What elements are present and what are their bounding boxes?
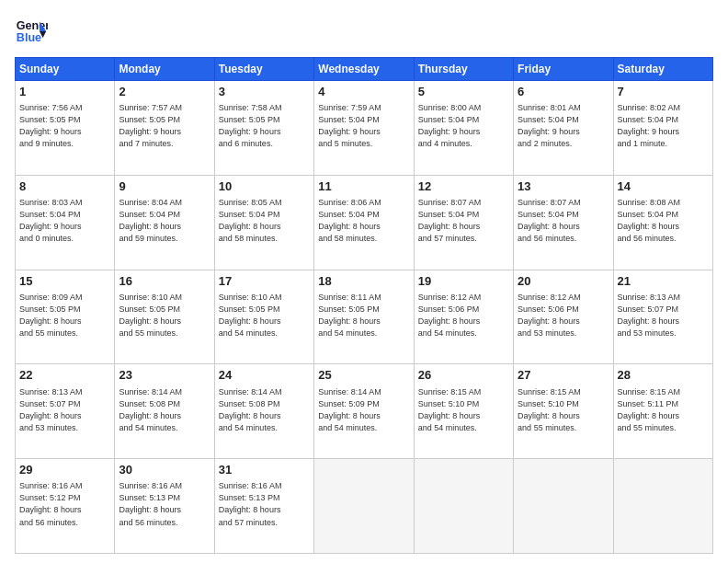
day-cell: 22Sunrise: 8:13 AMSunset: 5:07 PMDayligh… — [16, 364, 115, 459]
day-cell: 10Sunrise: 8:05 AMSunset: 5:04 PMDayligh… — [214, 175, 313, 270]
day-cell: 5Sunrise: 8:00 AMSunset: 5:04 PMDaylight… — [414, 81, 513, 176]
day-cell — [414, 459, 513, 554]
day-number: 26 — [418, 367, 509, 384]
day-number: 4 — [318, 84, 409, 100]
day-info: Sunrise: 8:01 AMSunset: 5:04 PMDaylight:… — [518, 102, 609, 150]
day-info: Sunrise: 8:14 AMSunset: 5:08 PMDaylight:… — [219, 386, 310, 434]
day-number: 3 — [219, 84, 310, 100]
day-number: 16 — [119, 273, 210, 290]
day-number: 18 — [318, 273, 409, 290]
day-number: 25 — [318, 367, 409, 384]
day-cell — [314, 459, 414, 554]
weekday-sunday: Sunday — [16, 58, 115, 81]
calendar-table: SundayMondayTuesdayWednesdayThursdayFrid… — [15, 57, 713, 554]
weekday-saturday: Saturday — [613, 58, 712, 81]
day-info: Sunrise: 7:59 AMSunset: 5:04 PMDaylight:… — [318, 102, 409, 150]
weekday-header-row: SundayMondayTuesdayWednesdayThursdayFrid… — [16, 58, 713, 81]
day-number: 11 — [318, 178, 409, 195]
day-cell: 21Sunrise: 8:13 AMSunset: 5:07 PMDayligh… — [613, 270, 712, 364]
day-cell — [514, 459, 613, 554]
day-cell — [613, 459, 712, 554]
day-cell: 25Sunrise: 8:14 AMSunset: 5:09 PMDayligh… — [314, 364, 414, 459]
day-cell: 13Sunrise: 8:07 AMSunset: 5:04 PMDayligh… — [514, 175, 613, 270]
svg-text:Blue: Blue — [17, 31, 41, 44]
day-cell: 27Sunrise: 8:15 AMSunset: 5:10 PMDayligh… — [514, 364, 613, 459]
day-cell: 31Sunrise: 8:16 AMSunset: 5:13 PMDayligh… — [214, 459, 313, 554]
week-row-1: 1Sunrise: 7:56 AMSunset: 5:05 PMDaylight… — [16, 81, 713, 176]
day-cell: 16Sunrise: 8:10 AMSunset: 5:05 PMDayligh… — [115, 270, 214, 364]
day-cell: 20Sunrise: 8:12 AMSunset: 5:06 PMDayligh… — [514, 270, 613, 364]
day-info: Sunrise: 8:05 AMSunset: 5:04 PMDaylight:… — [219, 197, 310, 245]
day-info: Sunrise: 8:13 AMSunset: 5:07 PMDaylight:… — [19, 386, 110, 434]
day-info: Sunrise: 8:07 AMSunset: 5:04 PMDaylight:… — [518, 197, 609, 245]
day-info: Sunrise: 8:11 AMSunset: 5:05 PMDaylight:… — [318, 292, 409, 339]
day-info: Sunrise: 8:13 AMSunset: 5:07 PMDaylight:… — [618, 292, 709, 339]
day-number: 15 — [19, 273, 110, 290]
day-number: 23 — [119, 367, 210, 384]
calendar-body: 1Sunrise: 7:56 AMSunset: 5:05 PMDaylight… — [16, 81, 713, 554]
day-number: 22 — [19, 367, 110, 384]
day-info: Sunrise: 8:16 AMSunset: 5:12 PMDaylight:… — [19, 480, 110, 528]
day-info: Sunrise: 8:15 AMSunset: 5:11 PMDaylight:… — [618, 386, 709, 434]
day-info: Sunrise: 8:04 AMSunset: 5:04 PMDaylight:… — [119, 197, 210, 245]
day-info: Sunrise: 8:07 AMSunset: 5:04 PMDaylight:… — [418, 197, 509, 245]
day-cell: 6Sunrise: 8:01 AMSunset: 5:04 PMDaylight… — [514, 81, 613, 176]
day-cell: 15Sunrise: 8:09 AMSunset: 5:05 PMDayligh… — [16, 270, 115, 364]
weekday-monday: Monday — [115, 58, 214, 81]
day-info: Sunrise: 8:14 AMSunset: 5:09 PMDaylight:… — [318, 386, 409, 434]
day-number: 20 — [518, 273, 609, 290]
day-info: Sunrise: 8:03 AMSunset: 5:04 PMDaylight:… — [19, 197, 110, 245]
day-info: Sunrise: 8:12 AMSunset: 5:06 PMDaylight:… — [418, 292, 509, 339]
day-number: 17 — [219, 273, 310, 290]
header: General Blue — [15, 15, 713, 48]
week-row-3: 15Sunrise: 8:09 AMSunset: 5:05 PMDayligh… — [16, 270, 713, 364]
day-info: Sunrise: 8:10 AMSunset: 5:05 PMDaylight:… — [219, 292, 310, 339]
weekday-thursday: Thursday — [414, 58, 513, 81]
day-number: 5 — [418, 84, 509, 100]
day-number: 14 — [618, 178, 709, 195]
logo: General Blue — [15, 15, 48, 48]
day-number: 7 — [618, 84, 709, 100]
day-cell: 30Sunrise: 8:16 AMSunset: 5:13 PMDayligh… — [115, 459, 214, 554]
day-info: Sunrise: 8:10 AMSunset: 5:05 PMDaylight:… — [119, 292, 210, 339]
day-info: Sunrise: 8:02 AMSunset: 5:04 PMDaylight:… — [618, 102, 709, 150]
day-cell: 14Sunrise: 8:08 AMSunset: 5:04 PMDayligh… — [613, 175, 712, 270]
day-cell: 2Sunrise: 7:57 AMSunset: 5:05 PMDaylight… — [115, 81, 214, 176]
day-info: Sunrise: 7:56 AMSunset: 5:05 PMDaylight:… — [19, 102, 110, 150]
day-number: 13 — [518, 178, 609, 195]
logo-icon: General Blue — [15, 15, 48, 48]
day-number: 9 — [119, 178, 210, 195]
day-number: 8 — [19, 178, 110, 195]
day-cell: 18Sunrise: 8:11 AMSunset: 5:05 PMDayligh… — [314, 270, 414, 364]
day-info: Sunrise: 8:16 AMSunset: 5:13 PMDaylight:… — [119, 480, 210, 528]
day-cell: 11Sunrise: 8:06 AMSunset: 5:04 PMDayligh… — [314, 175, 414, 270]
day-cell: 3Sunrise: 7:58 AMSunset: 5:05 PMDaylight… — [214, 81, 313, 176]
day-number: 31 — [219, 462, 310, 478]
day-cell: 12Sunrise: 8:07 AMSunset: 5:04 PMDayligh… — [414, 175, 513, 270]
day-info: Sunrise: 8:14 AMSunset: 5:08 PMDaylight:… — [119, 386, 210, 434]
day-info: Sunrise: 8:15 AMSunset: 5:10 PMDaylight:… — [518, 386, 609, 434]
day-info: Sunrise: 8:06 AMSunset: 5:04 PMDaylight:… — [318, 197, 409, 245]
day-info: Sunrise: 8:12 AMSunset: 5:06 PMDaylight:… — [518, 292, 609, 339]
day-number: 27 — [518, 367, 609, 384]
day-number: 19 — [418, 273, 509, 290]
day-info: Sunrise: 7:58 AMSunset: 5:05 PMDaylight:… — [219, 102, 310, 150]
day-cell: 9Sunrise: 8:04 AMSunset: 5:04 PMDaylight… — [115, 175, 214, 270]
day-info: Sunrise: 8:09 AMSunset: 5:05 PMDaylight:… — [19, 292, 110, 339]
day-info: Sunrise: 8:00 AMSunset: 5:04 PMDaylight:… — [418, 102, 509, 150]
day-cell: 26Sunrise: 8:15 AMSunset: 5:10 PMDayligh… — [414, 364, 513, 459]
weekday-friday: Friday — [514, 58, 613, 81]
day-cell: 19Sunrise: 8:12 AMSunset: 5:06 PMDayligh… — [414, 270, 513, 364]
day-cell: 8Sunrise: 8:03 AMSunset: 5:04 PMDaylight… — [16, 175, 115, 270]
day-number: 6 — [518, 84, 609, 100]
day-cell: 23Sunrise: 8:14 AMSunset: 5:08 PMDayligh… — [115, 364, 214, 459]
day-number: 28 — [618, 367, 709, 384]
day-cell: 24Sunrise: 8:14 AMSunset: 5:08 PMDayligh… — [214, 364, 313, 459]
day-cell: 4Sunrise: 7:59 AMSunset: 5:04 PMDaylight… — [314, 81, 414, 176]
weekday-tuesday: Tuesday — [214, 58, 313, 81]
day-cell: 28Sunrise: 8:15 AMSunset: 5:11 PMDayligh… — [613, 364, 712, 459]
weekday-wednesday: Wednesday — [314, 58, 414, 81]
day-cell: 29Sunrise: 8:16 AMSunset: 5:12 PMDayligh… — [16, 459, 115, 554]
day-number: 1 — [19, 84, 110, 100]
day-info: Sunrise: 7:57 AMSunset: 5:05 PMDaylight:… — [119, 102, 210, 150]
